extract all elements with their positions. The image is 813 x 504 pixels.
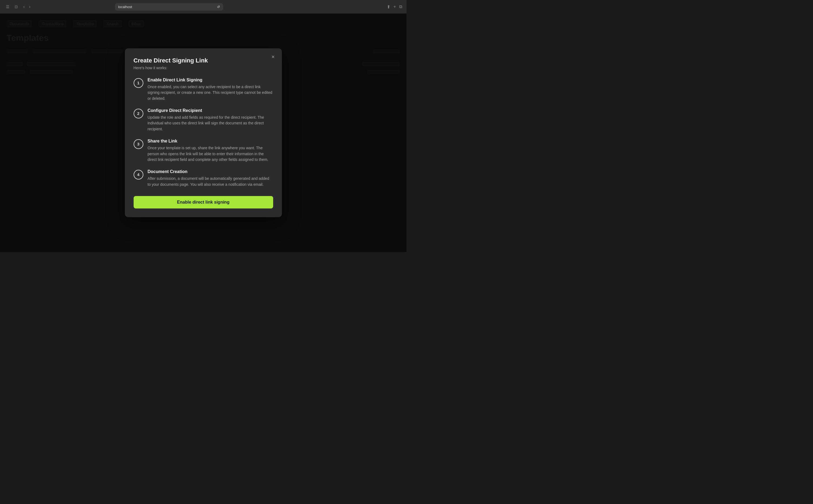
reload-button[interactable]: ↺ — [217, 5, 220, 9]
url-text: localhost — [118, 5, 132, 9]
modal-overlay: × Create Direct Signing Link Here's how … — [0, 14, 407, 252]
step-4: 4 Document Creation After submission, a … — [134, 169, 273, 187]
steps-list: 1 Enable Direct Link Signing Once enable… — [134, 78, 273, 188]
modal-title: Create Direct Signing Link — [134, 57, 273, 64]
step-3: 3 Share the Link Once your template is s… — [134, 139, 273, 163]
step-1: 1 Enable Direct Link Signing Once enable… — [134, 78, 273, 102]
sidebar-toggle-button[interactable]: ☰ — [4, 4, 11, 10]
modal-close-button[interactable]: × — [269, 53, 277, 61]
address-bar[interactable]: localhost ↺ — [115, 3, 223, 11]
back-button[interactable]: ‹ — [22, 3, 26, 10]
step-1-content: Enable Direct Link Signing Once enabled,… — [148, 78, 273, 102]
browser-toolbar: ☰ ⊡ ‹ › localhost ↺ ⬆ + ⧉ — [0, 0, 407, 14]
step-3-content: Share the Link Once your template is set… — [148, 139, 273, 163]
step-2-title: Configure Direct Recipient — [148, 108, 273, 113]
step-1-title: Enable Direct Link Signing — [148, 78, 273, 82]
tabs-overview-button[interactable]: ⧉ — [399, 4, 402, 9]
step-1-number: 1 — [134, 78, 143, 88]
step-2-number: 2 — [134, 109, 143, 118]
step-3-description: Once your template is set up, share the … — [148, 145, 273, 163]
step-4-title: Document Creation — [148, 169, 273, 174]
step-4-number: 4 — [134, 170, 143, 180]
step-2-description: Update the role and add fields as requir… — [148, 115, 273, 132]
modal-subtitle: Here's how it works: — [134, 66, 273, 70]
tab-icon: ⊡ — [13, 4, 19, 10]
new-tab-button[interactable]: + — [394, 4, 396, 9]
sidebar-icon: ☰ — [6, 5, 9, 9]
share-button[interactable]: ⬆ — [387, 4, 390, 9]
step-3-title: Share the Link — [148, 139, 273, 144]
step-2-content: Configure Direct Recipient Update the ro… — [148, 108, 273, 132]
enable-direct-link-signing-button[interactable]: Enable direct link signing — [134, 196, 273, 208]
step-2: 2 Configure Direct Recipient Update the … — [134, 108, 273, 132]
create-direct-signing-link-modal: × Create Direct Signing Link Here's how … — [125, 48, 282, 217]
browser-action-buttons: ⬆ + ⧉ — [387, 4, 402, 9]
step-3-number: 3 — [134, 139, 143, 149]
forward-button[interactable]: › — [27, 3, 32, 10]
step-1-description: Once enabled, you can select any active … — [148, 84, 273, 102]
step-4-content: Document Creation After submission, a do… — [148, 169, 273, 187]
navigation-controls: ‹ › — [22, 3, 32, 10]
step-4-description: After submission, a document will be aut… — [148, 176, 273, 187]
